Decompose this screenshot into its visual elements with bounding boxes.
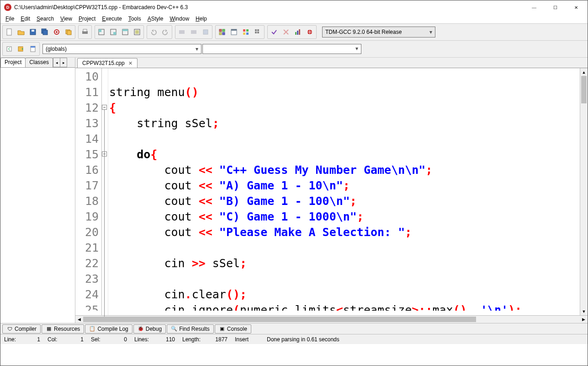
bottom-tab-resources[interactable]: ▦Resources	[42, 324, 84, 334]
status-mode: Insert	[235, 336, 249, 343]
svg-point-6	[56, 31, 58, 33]
status-line-value: 1	[18, 336, 40, 343]
svg-rect-25	[222, 32, 225, 35]
rebuild-button[interactable]	[131, 26, 143, 38]
replace-button[interactable]	[188, 26, 200, 38]
svg-rect-30	[243, 32, 245, 35]
maximize-button[interactable]: ☐	[545, 0, 566, 14]
bottom-tab-label: Compiler	[15, 326, 37, 332]
bottom-tab-label: Console	[227, 326, 247, 332]
redo-button[interactable]	[159, 26, 171, 38]
print-button[interactable]	[79, 26, 91, 38]
line-gutter: 10111213141516171819202122232425	[75, 68, 102, 315]
code-body[interactable]: string menu(){ string sSel; do{ cout << …	[108, 68, 580, 315]
check-button[interactable]	[268, 26, 280, 38]
open-button[interactable]	[15, 26, 27, 38]
code-editor[interactable]: 10111213141516171819202122232425 −− stri…	[75, 68, 588, 315]
close-tab-icon[interactable]: ✕	[128, 60, 132, 66]
scroll-up-icon[interactable]: ▲	[580, 68, 588, 76]
compile-button[interactable]	[95, 26, 107, 38]
project-tree[interactable]	[0, 67, 75, 323]
grid-button[interactable]	[252, 26, 264, 38]
editor-tab-label: CPPW32T15.cpp	[82, 60, 125, 66]
svg-rect-16	[122, 29, 128, 31]
profile-button[interactable]	[292, 26, 304, 38]
classes-tab[interactable]: Classes	[25, 58, 53, 67]
menu-astyle[interactable]: AStyle	[144, 15, 167, 23]
fold-toggle[interactable]: −	[102, 105, 107, 110]
save-button[interactable]	[27, 26, 39, 38]
hscroll-thumb[interactable]	[83, 317, 476, 322]
compile-run-button[interactable]	[119, 26, 131, 38]
menu-project[interactable]: Project	[75, 15, 99, 23]
bottom-tab-label: Resources	[54, 326, 80, 332]
scroll-right-icon[interactable]: ▶	[580, 317, 588, 322]
compiler-select[interactable]: TDM-GCC 9.2.0 64-bit Release	[322, 27, 435, 38]
menu-help[interactable]: Help	[192, 15, 210, 23]
vertical-scrollbar[interactable]: ▲ ▼	[580, 68, 588, 315]
side-tab-right[interactable]: ▸	[60, 58, 67, 67]
back-button[interactable]	[3, 43, 15, 55]
menu-view[interactable]: View	[57, 15, 75, 23]
scroll-thumb[interactable]	[581, 76, 587, 103]
debug-button[interactable]	[304, 26, 316, 38]
status-length-label: Length:	[182, 336, 201, 343]
project-options-button[interactable]	[51, 26, 63, 38]
bottom-tab-debug[interactable]: 🐞Debug	[133, 324, 166, 334]
svg-rect-8	[67, 31, 71, 35]
bottom-tab-label: Find Results	[179, 326, 210, 332]
status-lines-value: 110	[151, 336, 175, 343]
svg-rect-37	[297, 31, 298, 35]
editor-tab[interactable]: CPPW32T15.cpp ✕	[77, 58, 138, 68]
menu-execute[interactable]: Execute	[99, 15, 125, 23]
menu-file[interactable]: File	[2, 15, 17, 23]
menu-search[interactable]: Search	[33, 15, 57, 23]
bottom-tab-find-results[interactable]: 🔍Find Results	[167, 324, 214, 334]
app-window: D C:\Users\admin\Desktop\CPPW32T15.cpp -…	[0, 0, 588, 366]
bottom-tab-compile-log[interactable]: 📋Compile Log	[85, 324, 132, 334]
bottom-tab-icon: 🛡	[6, 326, 13, 332]
bottom-tab-icon: 🐞	[138, 326, 144, 332]
status-line-label: Line:	[4, 336, 16, 343]
forward-button[interactable]	[15, 43, 27, 55]
tile-button[interactable]	[216, 26, 228, 38]
svg-rect-36	[295, 32, 297, 35]
new-file-button[interactable]	[3, 26, 15, 38]
bookmark-button[interactable]	[27, 43, 39, 55]
stop-button[interactable]	[280, 26, 292, 38]
svg-rect-38	[299, 29, 300, 35]
menu-tools[interactable]: Tools	[125, 15, 144, 23]
side-panel: Project Classes ◂ ▸	[0, 58, 75, 323]
svg-rect-19	[179, 30, 185, 34]
side-tab-left[interactable]: ◂	[53, 58, 60, 67]
tile-colored-button[interactable]	[240, 26, 252, 38]
svg-rect-0	[7, 29, 11, 35]
menu-window[interactable]: Window	[166, 15, 192, 23]
scroll-down-icon[interactable]: ▼	[580, 307, 588, 315]
svg-rect-33	[257, 29, 259, 31]
open-all-button[interactable]	[63, 26, 74, 38]
main-area: Project Classes ◂ ▸ CPPW32T15.cpp ✕ 1011…	[0, 58, 588, 323]
fold-column[interactable]: −−	[102, 68, 108, 315]
member-combo[interactable]	[202, 44, 361, 54]
menu-edit[interactable]: Edit	[17, 15, 33, 23]
minimize-button[interactable]: —	[524, 0, 545, 14]
close-button[interactable]: ✕	[566, 0, 587, 14]
bottom-tab-console[interactable]: ▣Console	[215, 324, 251, 334]
window-list-button[interactable]	[228, 26, 240, 38]
bottom-tab-icon: ▦	[46, 326, 52, 332]
window-controls: — ☐ ✕	[524, 0, 587, 14]
find-button[interactable]	[176, 26, 188, 38]
goto-button[interactable]	[200, 26, 212, 38]
save-all-button[interactable]	[39, 26, 51, 38]
undo-button[interactable]	[148, 26, 159, 38]
class-combo[interactable]: (globals)	[42, 44, 201, 54]
svg-rect-14	[113, 32, 116, 35]
scroll-left-icon[interactable]: ◀	[75, 317, 83, 322]
class-combo-value: (globals)	[46, 46, 67, 52]
status-col-label: Col:	[48, 336, 57, 343]
run-button[interactable]	[107, 26, 119, 38]
horizontal-scrollbar[interactable]: ◀ ▶	[75, 315, 588, 323]
bottom-tab-compiler[interactable]: 🛡Compiler	[2, 324, 41, 334]
project-tab[interactable]: Project	[0, 58, 26, 67]
